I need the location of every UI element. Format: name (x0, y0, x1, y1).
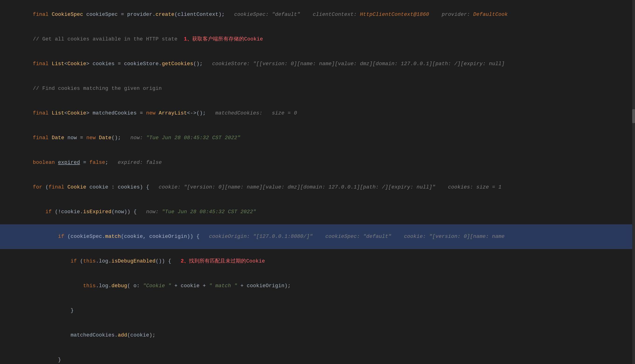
code-line-8: for (final Cookie cookie : cookies) { co… (0, 175, 635, 200)
scrollbar-thumb[interactable] (632, 109, 635, 123)
code-line-9: if (!cookie.isExpired(now)) { now: "Tue … (0, 200, 635, 224)
code-editor[interactable]: final CookieSpec cookieSpec = provider.c… (0, 0, 635, 364)
code-line-13: } (0, 298, 635, 323)
code-line-5: final List<Cookie> matchedCookies = new … (0, 101, 635, 126)
code-line-7: boolean expired = false; expired: false (0, 150, 635, 175)
scrollbar[interactable] (632, 0, 635, 364)
code-line-11: if (this.log.isDebugEnabled()) { 2、找到所有匹… (0, 249, 635, 274)
code-line-10: if (cookieSpec.match(cookie, cookieOrigi… (0, 224, 635, 249)
code-line-15: } (0, 348, 635, 364)
code-line-12: this.log.debug( o: "Cookie " + cookie + … (0, 274, 635, 298)
code-line-2: // Get all cookies available in the HTTP… (0, 27, 635, 52)
code-line-6: final Date now = new Date(); now: "Tue J… (0, 126, 635, 150)
code-line-4: // Find cookies matching the given origi… (0, 76, 635, 101)
code-line-1: final CookieSpec cookieSpec = provider.c… (0, 2, 635, 27)
code-line-3: final List<Cookie> cookies = cookieStore… (0, 52, 635, 76)
code-line-14: matchedCookies.add(cookie); (0, 323, 635, 348)
